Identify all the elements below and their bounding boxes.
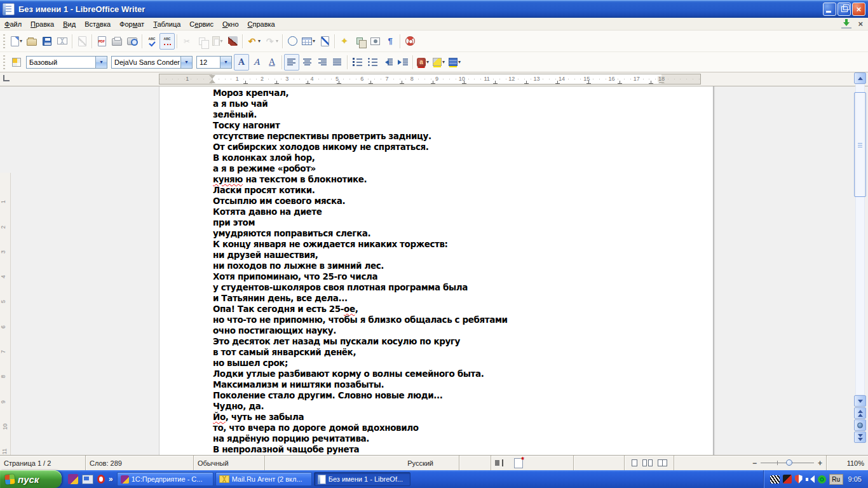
zoom-out-icon[interactable]: − bbox=[752, 459, 757, 468]
kaspersky-icon[interactable] bbox=[783, 475, 792, 484]
text-line[interactable]: Йо, чуть не забыла bbox=[213, 412, 700, 423]
navigation-button[interactable] bbox=[854, 419, 866, 431]
text-line[interactable]: ни друзей нашествия, bbox=[213, 250, 700, 261]
multi-page-view-icon[interactable] bbox=[642, 459, 653, 466]
highlighting-button[interactable]: ▾ bbox=[431, 54, 447, 71]
mailru-agent-icon[interactable] bbox=[818, 475, 826, 484]
find-replace-button[interactable]: ✦ bbox=[337, 33, 352, 50]
save-button[interactable] bbox=[39, 33, 55, 50]
document-page[interactable]: Мороз крепчал,а я пью чайзелёный.Тоску н… bbox=[159, 86, 714, 455]
undo-button[interactable]: ↶▾ bbox=[245, 33, 262, 50]
first-line-indent-marker[interactable] bbox=[209, 75, 215, 79]
menu-tools[interactable]: Сервис bbox=[185, 19, 218, 29]
toolbar-grip[interactable] bbox=[2, 34, 6, 48]
text-line[interactable]: очно постигающих науку. bbox=[213, 325, 700, 336]
align-right-button[interactable] bbox=[315, 54, 330, 71]
spellcheck-button[interactable]: ABC bbox=[144, 33, 159, 50]
text-line[interactable]: Это десяток лет назад мы пускали косулю … bbox=[213, 336, 700, 347]
volume-icon[interactable] bbox=[806, 475, 815, 483]
close-document-icon[interactable]: × bbox=[858, 20, 863, 28]
taskbar-task-mailru[interactable]: Mail.Ru Агент (2 вкл... bbox=[215, 472, 312, 486]
text-line[interactable]: а я в режиме «робот» bbox=[213, 163, 700, 174]
text-line[interactable]: но вышел срок; bbox=[213, 358, 700, 369]
dropdown-arrow-icon[interactable]: ▾ bbox=[313, 39, 315, 44]
book-view-icon[interactable] bbox=[658, 459, 667, 466]
scroll-down-button[interactable] bbox=[854, 395, 866, 407]
decrease-indent-button[interactable] bbox=[380, 54, 395, 71]
zebra-icon[interactable] bbox=[770, 475, 780, 484]
zoom-slider-track[interactable] bbox=[761, 463, 814, 463]
combo-dropdown-button[interactable]: ▼ bbox=[95, 57, 107, 68]
menu-format[interactable]: Формат bbox=[115, 19, 149, 29]
hyperlink-button[interactable] bbox=[285, 33, 300, 50]
dropdown-arrow-icon[interactable]: ▾ bbox=[442, 60, 445, 65]
text-line[interactable]: куняю на текстом в блокнотике. bbox=[213, 174, 700, 185]
text-line[interactable]: умудряются поправиться слегка. bbox=[213, 228, 700, 239]
font-name-combo[interactable]: DejaVu Sans Conder ▼ bbox=[111, 56, 193, 69]
print-button[interactable] bbox=[109, 33, 125, 50]
menu-file[interactable]: Файл bbox=[0, 19, 26, 29]
gallery-button[interactable] bbox=[367, 33, 383, 50]
text-line[interactable]: Отсыплю им соевого мяска. bbox=[213, 196, 700, 207]
previous-page-button[interactable] bbox=[854, 407, 866, 419]
text-line[interactable]: зелёный. bbox=[213, 109, 700, 120]
text-line[interactable]: но что-то не припомню, чтобы я близко об… bbox=[213, 315, 700, 325]
menu-table[interactable]: Таблица bbox=[149, 19, 185, 29]
scrollbar-thumb[interactable] bbox=[854, 92, 866, 197]
next-page-button[interactable] bbox=[854, 431, 866, 443]
close-button[interactable]: × bbox=[852, 3, 865, 16]
align-left-button[interactable] bbox=[284, 54, 299, 71]
email-document-button[interactable] bbox=[55, 33, 70, 50]
menu-edit[interactable]: Правка bbox=[26, 19, 58, 29]
combo-dropdown-button[interactable]: ▼ bbox=[180, 57, 192, 68]
text-line[interactable]: а я пью чай bbox=[213, 98, 700, 109]
horizontal-ruler[interactable]: 1123456789101112131415161718 bbox=[0, 72, 868, 86]
formatting-marks-button[interactable]: ¶ bbox=[383, 33, 398, 50]
text-line[interactable]: в тот самый январский денёк, bbox=[213, 347, 700, 358]
text-line[interactable]: и Татьянин день, все дела... bbox=[213, 293, 700, 304]
text-line[interactable]: Ласки просят котики. bbox=[213, 185, 700, 196]
styles-window-button[interactable] bbox=[9, 54, 24, 71]
numbered-list-button[interactable] bbox=[349, 54, 365, 71]
help-button[interactable] bbox=[402, 33, 417, 50]
increase-indent-button[interactable] bbox=[395, 54, 410, 71]
text-line[interactable]: Хотя припоминаю, что 25-го числа bbox=[213, 271, 700, 282]
taskbar-task-writer[interactable]: Без имени 1 - LibreOf... bbox=[314, 472, 410, 486]
quick-launch-overflow-chevron[interactable]: » bbox=[109, 475, 113, 484]
text-line[interactable]: Лодки утлые разбивают корму о волны семе… bbox=[213, 369, 700, 379]
menu-window[interactable]: Окно bbox=[218, 19, 243, 29]
update-available-icon[interactable] bbox=[841, 19, 851, 29]
word-count-field[interactable]: Слов: 289 bbox=[86, 456, 194, 470]
1c-quicklaunch-icon[interactable] bbox=[68, 474, 78, 484]
dropdown-arrow-icon[interactable]: ▾ bbox=[426, 60, 429, 65]
bullet-list-button[interactable] bbox=[365, 54, 380, 71]
show-desktop-icon[interactable] bbox=[82, 475, 93, 484]
taskbar-task-1c[interactable]: 1С:Предприятие - С... bbox=[117, 472, 214, 486]
vertical-ruler[interactable]: 1234567891011121314 bbox=[0, 173, 11, 455]
page-preview-button[interactable] bbox=[125, 33, 140, 50]
security-shield-icon[interactable] bbox=[795, 475, 803, 484]
font-color-button[interactable]: a▾ bbox=[415, 54, 431, 71]
zoom-level-field[interactable]: 110% bbox=[827, 456, 868, 470]
restore-button[interactable] bbox=[837, 3, 851, 16]
language-field[interactable]: Русский bbox=[265, 456, 459, 470]
tab-type-selector-icon[interactable] bbox=[3, 75, 10, 81]
text-line[interactable]: Мороз крепчал, bbox=[213, 88, 700, 98]
start-button[interactable]: пуск bbox=[0, 470, 62, 488]
italic-button[interactable]: A bbox=[249, 54, 264, 71]
misspelled-word[interactable]: ое bbox=[344, 304, 355, 314]
left-indent-marker[interactable] bbox=[209, 79, 215, 83]
text-line[interactable]: Чудно, да. bbox=[213, 401, 700, 412]
text-line[interactable]: Тоску нагонит bbox=[213, 120, 700, 131]
dropdown-arrow-icon[interactable]: ▾ bbox=[458, 60, 461, 65]
ruler-strip[interactable]: 1123456789101112131415161718 bbox=[159, 74, 701, 85]
export-pdf-button[interactable]: PDF bbox=[94, 33, 109, 50]
text-line[interactable]: К концу января не ожидается никаких торж… bbox=[213, 239, 700, 250]
text-line[interactable]: Опа! Так сегодня и есть 25-ое, bbox=[213, 304, 700, 315]
auto-spellcheck-button[interactable]: ABC bbox=[159, 33, 175, 50]
underline-button[interactable]: A bbox=[264, 54, 280, 71]
opera-icon[interactable] bbox=[97, 475, 105, 484]
text-line[interactable]: у студентов-школяров своя плотная програ… bbox=[213, 282, 700, 293]
bold-button[interactable]: A bbox=[234, 54, 249, 71]
scroll-up-button[interactable] bbox=[854, 72, 866, 84]
